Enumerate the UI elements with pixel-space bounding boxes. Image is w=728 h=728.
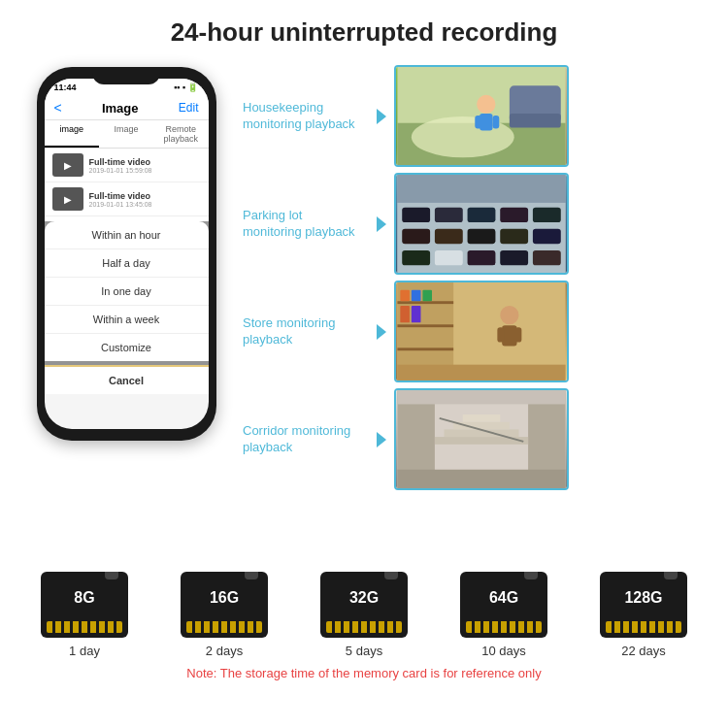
video-info-2: Full-time video 2019-01-01 13:45:08 xyxy=(89,191,152,208)
svg-rect-20 xyxy=(533,229,561,244)
svg-rect-13 xyxy=(468,208,496,222)
storage-section: 8G 1 day 16G 2 days 32G 5 days 64G 10 da… xyxy=(0,562,728,685)
tab-image[interactable]: image xyxy=(45,120,99,148)
svg-rect-32 xyxy=(400,290,410,302)
page-title: 24-hour uninterrupted recording xyxy=(19,17,709,48)
svg-rect-36 xyxy=(412,306,421,322)
sd-cards-row: 8G 1 day 16G 2 days 32G 5 days 64G 10 da… xyxy=(15,572,713,658)
svg-rect-40 xyxy=(515,327,522,342)
svg-rect-25 xyxy=(533,250,561,265)
arrow-icon-4 xyxy=(377,432,386,447)
svg-rect-33 xyxy=(412,290,421,302)
scenario-row-1: Housekeeping monitoring playback xyxy=(243,65,709,167)
signal-icons: ▪▪ ▪ 🔋 xyxy=(174,83,199,92)
scenario-label-4: Corridor monitoring playback xyxy=(243,423,369,456)
time-display: 11:44 xyxy=(54,83,77,92)
arrow-icon-2 xyxy=(377,216,386,232)
phone-container: 11:44 ▪▪ ▪ 🔋 < Image Edit image Image Re… xyxy=(19,57,233,562)
sd-card-item-32g: 32G 5 days xyxy=(320,572,408,658)
app-header: < Image Edit xyxy=(45,96,209,120)
video-thumb-2: ▶ xyxy=(52,187,83,211)
svg-rect-19 xyxy=(500,229,528,244)
video-item-2[interactable]: ▶ Full-time video 2019-01-01 13:45:08 xyxy=(45,182,209,216)
video-time-1: 2019-01-01 15:59:08 xyxy=(89,167,152,174)
scenario-image-2 xyxy=(394,173,569,275)
svg-rect-26 xyxy=(397,175,565,203)
sd-card-item-64g: 64G 10 days xyxy=(460,572,547,658)
svg-rect-21 xyxy=(402,250,430,265)
video-title-1: Full-time video xyxy=(89,157,152,167)
scenario-label-3: Store monitoring playback xyxy=(243,315,369,348)
sd-days-64g: 10 days xyxy=(481,644,526,658)
arrow-icon-1 xyxy=(377,109,386,124)
svg-rect-34 xyxy=(422,290,432,302)
video-item-1[interactable]: ▶ Full-time video 2019-01-01 15:59:08 xyxy=(45,149,209,182)
scenario-row-2: Parking lot monitoring playback xyxy=(243,173,709,275)
dropdown-item-5[interactable]: Customize xyxy=(45,334,209,361)
svg-rect-15 xyxy=(533,208,561,222)
svg-point-5 xyxy=(477,95,495,114)
edit-button[interactable]: Edit xyxy=(179,101,199,115)
video-time-2: 2019-01-01 13:45:08 xyxy=(89,201,152,208)
tab-remote-playback[interactable]: Remote playback xyxy=(153,120,208,148)
svg-rect-4 xyxy=(510,114,561,127)
sd-card-item-8g: 8G 1 day xyxy=(41,572,128,658)
video-info-1: Full-time video 2019-01-01 15:59:08 xyxy=(89,157,152,174)
svg-rect-38 xyxy=(502,325,516,346)
page-header: 24-hour uninterrupted recording xyxy=(0,0,728,57)
sd-card-label-32g: 32G xyxy=(349,589,379,607)
svg-rect-6 xyxy=(480,114,492,130)
svg-rect-11 xyxy=(402,208,430,222)
svg-rect-45 xyxy=(397,390,565,404)
svg-rect-39 xyxy=(497,327,504,342)
svg-rect-12 xyxy=(435,208,463,222)
scenario-image-3 xyxy=(394,281,569,382)
svg-rect-24 xyxy=(500,250,528,265)
svg-rect-46 xyxy=(397,470,565,488)
back-button[interactable]: < xyxy=(54,100,62,116)
dropdown-item-3[interactable]: In one day xyxy=(45,278,209,306)
svg-rect-41 xyxy=(397,365,565,381)
svg-rect-23 xyxy=(468,250,496,265)
scenarios-column: Housekeeping monitoring playback xyxy=(243,57,709,562)
dropdown-menu: Within an hour Half a day In one day Wit… xyxy=(45,221,209,361)
svg-rect-29 xyxy=(397,301,453,304)
svg-rect-22 xyxy=(435,250,463,265)
sd-card-16g: 16G xyxy=(181,572,268,638)
sd-days-128g: 22 days xyxy=(621,644,666,658)
cancel-button[interactable]: Cancel xyxy=(45,365,209,394)
svg-rect-35 xyxy=(400,306,410,322)
sd-card-label-128g: 128G xyxy=(624,589,662,607)
dropdown-overlay: Within an hour Half a day In one day Wit… xyxy=(45,221,209,394)
svg-rect-17 xyxy=(435,229,463,244)
sd-card-128g: 128G xyxy=(600,572,687,638)
parking-img xyxy=(396,175,567,273)
sd-card-item-128g: 128G 22 days xyxy=(600,572,687,658)
phone-notch xyxy=(92,67,160,84)
phone-screen: 11:44 ▪▪ ▪ 🔋 < Image Edit image Image Re… xyxy=(45,79,209,429)
main-content: 11:44 ▪▪ ▪ 🔋 < Image Edit image Image Re… xyxy=(0,57,728,562)
svg-rect-16 xyxy=(402,229,430,244)
tab-image2[interactable]: Image xyxy=(99,120,153,148)
scenario-row-4: Corridor monitoring playback xyxy=(243,388,709,490)
dropdown-item-1[interactable]: Within an hour xyxy=(45,221,209,249)
sd-card-8g: 8G xyxy=(41,572,128,638)
svg-rect-7 xyxy=(475,116,481,128)
sd-card-label-64g: 64G xyxy=(489,589,518,607)
video-title-2: Full-time video xyxy=(89,191,152,201)
svg-point-37 xyxy=(500,306,518,324)
sd-days-8g: 1 day xyxy=(69,644,100,658)
corridor-img xyxy=(396,390,567,488)
scenario-row-3: Store monitoring playback xyxy=(243,281,709,382)
arrow-icon-3 xyxy=(377,324,386,340)
screen-title: Image xyxy=(102,101,139,116)
store-img xyxy=(396,282,567,381)
svg-rect-8 xyxy=(493,116,500,128)
sd-card-64g: 64G xyxy=(460,572,547,638)
svg-rect-49 xyxy=(453,422,510,430)
sd-days-32g: 5 days xyxy=(346,644,382,658)
dropdown-item-2[interactable]: Half a day xyxy=(45,249,209,278)
dropdown-item-4[interactable]: Within a week xyxy=(45,306,209,334)
sd-card-label-8g: 8G xyxy=(74,589,94,607)
phone-mockup: 11:44 ▪▪ ▪ 🔋 < Image Edit image Image Re… xyxy=(37,67,216,441)
